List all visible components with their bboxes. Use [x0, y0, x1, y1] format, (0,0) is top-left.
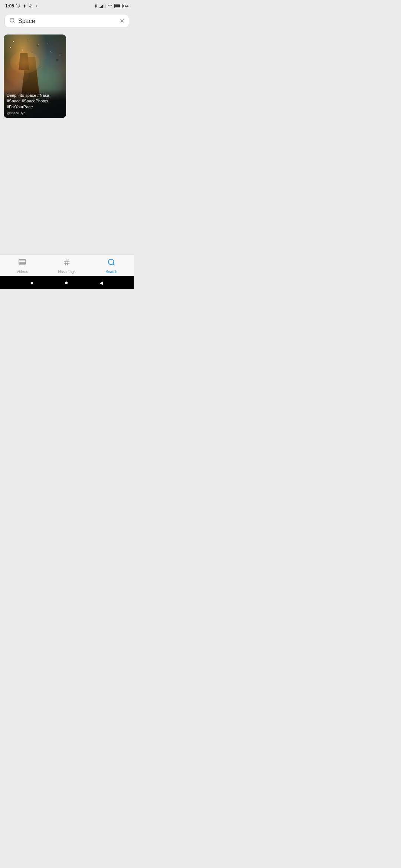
videos-label: Videos — [17, 270, 28, 274]
arrow-icon — [35, 4, 39, 8]
nav-item-videos[interactable]: Videos — [0, 258, 45, 274]
status-left: 1:05 — [5, 3, 39, 9]
search-container: Space ✕ — [0, 10, 134, 32]
status-bar: 1:05 44 — [0, 0, 134, 10]
glow-bottom-left — [7, 62, 29, 85]
bottom-nav: Videos Hash Tags Search ■ ● ◀ — [0, 254, 134, 289]
search-bar-icon — [9, 17, 15, 24]
video-card-0[interactable]: Deep into space #Nasa #Space #SpacePhoto… — [4, 34, 66, 118]
svg-line-5 — [13, 22, 14, 23]
card-username: @space_fyp — [7, 111, 63, 115]
hashtags-icon — [63, 258, 71, 269]
android-back-btn[interactable]: ◀ — [100, 280, 103, 286]
wifi-icon — [108, 4, 113, 8]
battery-icon — [114, 4, 123, 8]
nav-icon — [22, 4, 27, 8]
svg-line-12 — [65, 259, 66, 265]
nav-item-search[interactable]: Search — [89, 258, 134, 274]
search-label: Search — [105, 270, 117, 274]
clear-icon[interactable]: ✕ — [120, 17, 124, 24]
card-overlay: Deep into space #Nasa #Space #SpacePhoto… — [4, 89, 66, 118]
bottom-nav-bar: Videos Hash Tags Search — [0, 254, 134, 276]
bluetooth-icon — [94, 4, 98, 8]
search-nav-icon — [107, 258, 116, 269]
android-square-btn[interactable]: ■ — [30, 280, 33, 286]
svg-line-15 — [113, 264, 114, 265]
main-content: Deep into space #Nasa #Space #SpacePhoto… — [0, 32, 134, 121]
android-nav-bar: ■ ● ◀ — [0, 276, 134, 289]
svg-line-13 — [68, 259, 68, 265]
svg-point-1 — [24, 5, 26, 7]
alarm-icon — [16, 4, 20, 8]
android-circle-btn[interactable]: ● — [65, 279, 68, 286]
status-right: 44 — [94, 4, 128, 8]
card-title: Deep into space #Nasa #Space #SpacePhoto… — [7, 93, 63, 110]
signal-bars — [100, 4, 106, 8]
search-bar[interactable]: Space ✕ — [4, 14, 129, 28]
svg-point-14 — [108, 259, 114, 264]
nav-item-hashtags[interactable]: Hash Tags — [45, 258, 89, 274]
hashtags-label: Hash Tags — [58, 270, 75, 274]
search-query[interactable]: Space — [18, 18, 120, 24]
time: 1:05 — [5, 3, 14, 9]
videos-icon — [18, 258, 27, 269]
svg-point-4 — [10, 18, 14, 22]
mute-icon — [29, 4, 33, 8]
battery-level: 44 — [125, 4, 128, 8]
